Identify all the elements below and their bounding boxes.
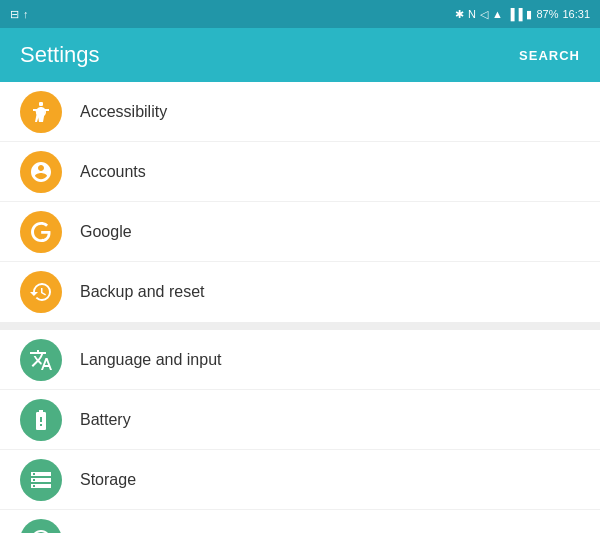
backup-icon	[20, 271, 62, 313]
language-label: Language and input	[80, 351, 221, 369]
status-bar-right: ✱ N ◁ ▲ ▐▐ ▮ 87% 16:31	[455, 8, 590, 21]
wifi-icon: ▲	[492, 8, 503, 20]
section-divider	[0, 322, 600, 330]
settings-item-language[interactable]: Language and input	[0, 330, 600, 390]
section-system: Language and input Battery Storage	[0, 330, 600, 533]
notification-icon: ⊟	[10, 8, 19, 21]
accessibility-icon	[20, 91, 62, 133]
app-header: Settings SEARCH	[0, 28, 600, 82]
time-display: 16:31	[562, 8, 590, 20]
search-button[interactable]: SEARCH	[519, 48, 580, 63]
settings-item-accounts[interactable]: Accounts	[0, 142, 600, 202]
settings-item-backup[interactable]: Backup and reset	[0, 262, 600, 322]
accounts-icon	[20, 151, 62, 193]
datetime-icon	[20, 519, 62, 534]
section-personal: Accessibility Accounts Google	[0, 82, 600, 322]
status-bar: ⊟ ↑ ✱ N ◁ ▲ ▐▐ ▮ 87% 16:31	[0, 0, 600, 28]
bluetooth-icon: ✱	[455, 8, 464, 21]
settings-item-storage[interactable]: Storage	[0, 450, 600, 510]
battery-settings-icon	[20, 399, 62, 441]
page-title: Settings	[20, 42, 100, 68]
settings-item-battery[interactable]: Battery	[0, 390, 600, 450]
battery-percent: 87%	[536, 8, 558, 20]
language-icon	[20, 339, 62, 381]
sync-icon: ↑	[23, 8, 29, 20]
status-bar-left: ⊟ ↑	[10, 8, 29, 21]
battery-icon: ▮	[526, 8, 532, 21]
nfc-icon: N	[468, 8, 476, 20]
storage-icon	[20, 459, 62, 501]
settings-item-google[interactable]: Google	[0, 202, 600, 262]
backup-label: Backup and reset	[80, 283, 205, 301]
accessibility-label: Accessibility	[80, 103, 167, 121]
accounts-label: Accounts	[80, 163, 146, 181]
settings-item-accessibility[interactable]: Accessibility	[0, 82, 600, 142]
battery-label: Battery	[80, 411, 131, 429]
settings-item-datetime[interactable]: Date and time	[0, 510, 600, 533]
google-icon	[20, 211, 62, 253]
storage-label: Storage	[80, 471, 136, 489]
google-label: Google	[80, 223, 132, 241]
settings-list: Accessibility Accounts Google	[0, 82, 600, 533]
sound-icon: ◁	[480, 8, 488, 21]
signal-icon: ▐▐	[507, 8, 523, 20]
svg-point-1	[39, 102, 43, 106]
